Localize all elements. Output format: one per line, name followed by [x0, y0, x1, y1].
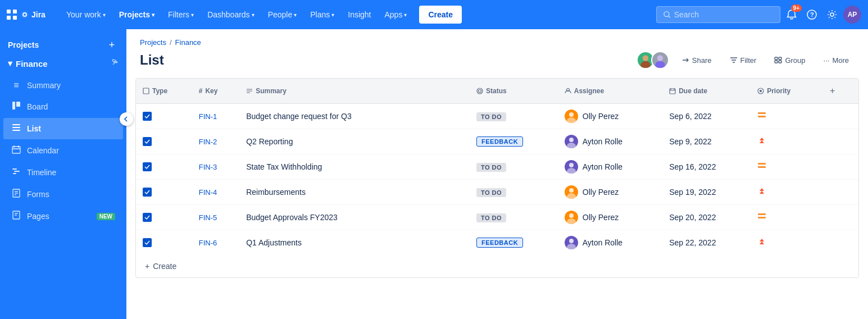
nav-projects[interactable]: Projects ▾: [113, 7, 160, 22]
cell-summary: State Tax Withholding: [239, 154, 470, 180]
sidebar-pin-icon[interactable]: [111, 59, 119, 69]
cell-due-date: Sep 20, 2022: [662, 205, 751, 230]
sidebar-item-timeline[interactable]: Timeline: [3, 162, 123, 183]
svg-text:Jira: Jira: [31, 10, 46, 19]
assignee-cell: Ayton Rolle: [565, 135, 656, 148]
table-header-row: Type # Key: [136, 79, 858, 104]
nav-plans[interactable]: Plans ▾: [305, 7, 340, 22]
cell-assignee: Olly Perez: [558, 180, 662, 205]
cell-priority: [751, 129, 819, 154]
chevron-down-icon: ▾: [152, 12, 154, 18]
filter-button[interactable]: Filter: [724, 53, 762, 68]
cell-status: FEEDBACK: [470, 129, 558, 154]
status-badge[interactable]: TO DO: [476, 163, 506, 172]
sidebar-project-name[interactable]: ▾ Finance: [8, 58, 48, 69]
sidebar-item-pages[interactable]: Pages NEW: [3, 206, 123, 227]
cell-priority: [751, 230, 819, 256]
assignee-avatar: [565, 236, 578, 249]
svg-rect-13: [12, 102, 15, 110]
sidebar-item-forms[interactable]: Forms: [3, 184, 123, 205]
user-avatar[interactable]: AP: [843, 6, 861, 24]
nav-your-work[interactable]: Your work ▾: [61, 7, 111, 22]
issue-key-link[interactable]: FIN-6: [199, 239, 217, 247]
gear-icon: [827, 10, 837, 20]
nav-insight[interactable]: Insight: [342, 7, 376, 22]
group-button[interactable]: Group: [769, 53, 811, 68]
issue-type-icon: [143, 162, 152, 171]
status-badge[interactable]: TO DO: [476, 188, 506, 197]
sidebar-item-list[interactable]: List: [3, 118, 123, 139]
table-body: FIN-1 Budget change request for Q3 TO DO…: [136, 104, 858, 256]
svg-point-30: [640, 61, 651, 69]
notifications-button[interactable]: 9+: [783, 6, 801, 24]
breadcrumb-projects[interactable]: Projects: [140, 38, 166, 47]
assignee-name: Olly Perez: [583, 188, 619, 197]
settings-button[interactable]: [823, 6, 841, 24]
search-input[interactable]: [674, 10, 773, 19]
search-bar[interactable]: [656, 6, 780, 23]
svg-point-51: [567, 117, 576, 123]
assignee-cell: Olly Perez: [565, 110, 656, 123]
sidebar-navigation: ≡ Summary Board List Calendar: [0, 75, 126, 227]
create-issue-row[interactable]: + Create: [136, 255, 858, 277]
cell-type: [136, 129, 192, 154]
summary-icon: ≡: [11, 80, 21, 90]
nav-people[interactable]: People ▾: [262, 7, 303, 22]
sidebar-item-summary[interactable]: ≡ Summary: [3, 75, 123, 95]
nav-apps[interactable]: Apps ▾: [379, 7, 413, 22]
forms-icon: [11, 189, 21, 200]
svg-rect-21: [13, 173, 16, 174]
svg-point-63: [567, 218, 576, 224]
timeline-icon: [11, 167, 21, 178]
cell-assignee: Olly Perez: [558, 104, 662, 129]
svg-point-67: [567, 244, 576, 249]
svg-line-9: [669, 16, 670, 18]
chevron-down-icon: ▾: [252, 12, 255, 18]
svg-rect-34: [779, 57, 781, 60]
status-badge[interactable]: TO DO: [476, 112, 506, 121]
nav-dashboards[interactable]: Dashboards ▾: [202, 7, 260, 22]
assignee-cell: Olly Perez: [565, 185, 656, 199]
col-priority: Priority: [751, 79, 819, 104]
issue-key-link[interactable]: FIN-3: [199, 163, 217, 171]
sidebar-collapse-button[interactable]: [120, 112, 133, 126]
cell-extra: [819, 104, 858, 129]
sidebar-add-project-button[interactable]: +: [105, 38, 119, 52]
issue-key-link[interactable]: FIN-4: [199, 188, 217, 197]
help-button[interactable]: ?: [803, 6, 821, 24]
status-badge[interactable]: TO DO: [476, 213, 506, 222]
add-column-button[interactable]: +: [826, 84, 839, 98]
grid-icon: [7, 10, 17, 20]
issue-key-link[interactable]: FIN-1: [199, 112, 217, 121]
app-logo[interactable]: Jira: [7, 8, 54, 21]
svg-rect-16: [12, 127, 20, 128]
assignee-avatar: [565, 160, 578, 174]
breadcrumb-finance[interactable]: Finance: [175, 38, 201, 47]
jira-logo: Jira: [20, 8, 54, 21]
svg-point-42: [478, 90, 481, 93]
status-badge[interactable]: FEEDBACK: [476, 136, 523, 147]
create-button[interactable]: Create: [419, 6, 462, 24]
chevron-down-icon: ▾: [404, 12, 407, 18]
share-icon: [681, 56, 689, 64]
svg-rect-2: [7, 16, 11, 20]
svg-point-7: [24, 13, 26, 16]
issue-key-link[interactable]: FIN-2: [199, 138, 217, 146]
svg-rect-1: [13, 10, 17, 13]
cell-assignee: Ayton Rolle: [558, 230, 662, 256]
more-button[interactable]: ··· More: [818, 53, 855, 68]
chevron-down-icon: ▾: [8, 58, 12, 69]
sidebar-item-calendar[interactable]: Calendar: [3, 140, 123, 161]
sidebar-projects-label: Projects: [8, 40, 39, 49]
cell-extra: [819, 129, 858, 154]
assignee-cell: Olly Perez: [565, 211, 656, 224]
col-assignee: Assignee: [558, 79, 662, 104]
header-avatar-2: [651, 51, 669, 69]
issue-key-link[interactable]: FIN-5: [199, 213, 217, 222]
priority-medium-icon: [757, 162, 766, 170]
sidebar-item-board[interactable]: Board: [3, 96, 123, 117]
svg-point-32: [655, 61, 665, 69]
status-badge[interactable]: FEEDBACK: [476, 238, 523, 248]
nav-filters[interactable]: Filters ▾: [162, 7, 199, 22]
share-button[interactable]: Share: [676, 53, 717, 68]
